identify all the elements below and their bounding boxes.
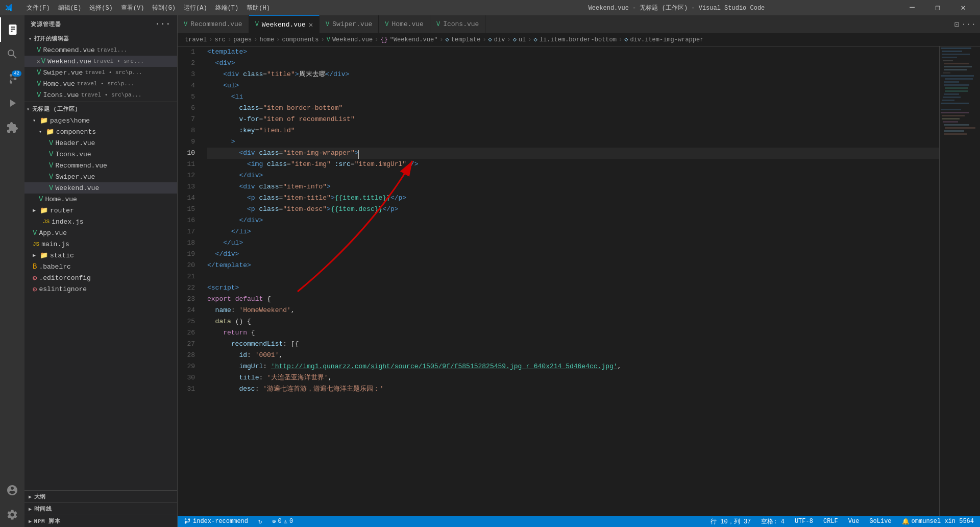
notification-text: ommunsel xin 5564 bbox=[912, 518, 974, 525]
breadcrumb-li-icon: ◇ bbox=[533, 36, 537, 43]
divider bbox=[24, 102, 177, 102]
tree-header-vue[interactable]: V Header.vue bbox=[24, 137, 177, 149]
activity-settings[interactable] bbox=[0, 502, 24, 527]
tab-recommend[interactable]: V Recommend.vue bbox=[178, 15, 249, 33]
activity-explorer[interactable] bbox=[0, 17, 24, 42]
tree-swiper-vue[interactable]: V Swiper.vue bbox=[24, 171, 177, 182]
tab-weekend[interactable]: V Weekend.vue ✕ bbox=[249, 15, 320, 33]
status-sync[interactable]: ↻ bbox=[256, 516, 264, 527]
menu-run[interactable]: 运行(A) bbox=[184, 4, 207, 12]
breadcrumb-sep: › bbox=[507, 36, 510, 43]
tab-swiper[interactable]: V Swiper.vue bbox=[320, 15, 379, 33]
breadcrumb-travel[interactable]: travel bbox=[185, 36, 207, 43]
timeline-header[interactable]: ▶ 时间线 bbox=[24, 503, 177, 515]
tree-recommend-vue[interactable]: V Recommend.vue bbox=[24, 160, 177, 171]
svg-rect-2 bbox=[942, 54, 970, 55]
menu-help[interactable]: 帮助(H) bbox=[247, 4, 270, 12]
vue-file-icon: V bbox=[49, 184, 53, 192]
open-file-recommend[interactable]: V Recommend.vue travel... bbox=[24, 44, 177, 56]
breadcrumb-li[interactable]: li.item.border-bottom bbox=[540, 36, 617, 43]
tree-recommend-vue-label: Recommend.vue bbox=[55, 162, 107, 170]
menu-file[interactable]: 文件(F) bbox=[27, 4, 50, 12]
open-file-icons[interactable]: V Icons.vue travel • src\pa... bbox=[24, 89, 177, 101]
code-line-12: </div> bbox=[207, 170, 939, 181]
breadcrumb-div2[interactable]: div.item-img-wrapper bbox=[630, 36, 703, 43]
live-text: GoLive bbox=[869, 518, 891, 525]
ln-23: 23 bbox=[178, 294, 199, 305]
code-area[interactable]: <template> <div> <div class="title">周末去哪… bbox=[203, 46, 939, 516]
sidebar-menu-icon[interactable]: ··· bbox=[155, 19, 171, 29]
breadcrumb-pages[interactable]: pages bbox=[233, 36, 252, 43]
breadcrumb-file[interactable]: Weekend.vue bbox=[332, 36, 373, 43]
breadcrumb-components[interactable]: components bbox=[282, 36, 318, 43]
breadcrumb-json[interactable]: "Weekend.vue" bbox=[390, 36, 438, 43]
status-position[interactable]: 行 10，列 37 bbox=[708, 516, 753, 527]
menu-goto[interactable]: 转到(G) bbox=[152, 4, 176, 12]
minimize-button[interactable]: ─ bbox=[900, 0, 924, 15]
open-file-swiper[interactable]: V Swiper.vue travel • src\p... bbox=[24, 67, 177, 78]
close-weekend-icon[interactable]: ✕ bbox=[37, 58, 40, 65]
tree-home-vue[interactable]: V Home.vue bbox=[24, 194, 177, 205]
status-language[interactable]: Vue bbox=[846, 516, 862, 527]
tree-eslintignore[interactable]: ⚙ eslintignore bbox=[24, 283, 177, 295]
tree-pages-home[interactable]: ▾ 📁 pages\home bbox=[24, 115, 177, 126]
workspace-section[interactable]: ▾ 无标题 (工作区) bbox=[24, 103, 177, 115]
breadcrumb-ul[interactable]: ul bbox=[519, 36, 526, 43]
status-notification[interactable]: 🔔 ommunsel xin 5564 bbox=[900, 516, 976, 527]
menu-view[interactable]: 查看(V) bbox=[121, 4, 144, 12]
tree-index-js[interactable]: JS index.js bbox=[24, 216, 177, 227]
ln-31: 31 bbox=[178, 384, 199, 395]
js-file-icon: JS bbox=[43, 219, 50, 225]
activity-run[interactable] bbox=[0, 91, 24, 115]
breadcrumb-div[interactable]: div bbox=[494, 36, 505, 43]
breadcrumb-src[interactable]: src bbox=[214, 36, 226, 43]
maximize-button[interactable]: ❐ bbox=[926, 0, 949, 15]
tab-icons[interactable]: V Icons.vue bbox=[430, 15, 485, 33]
vscode-icon bbox=[5, 4, 13, 12]
status-live[interactable]: GoLive bbox=[867, 516, 893, 527]
menu-terminal[interactable]: 终端(T) bbox=[215, 4, 239, 12]
outline-header[interactable]: ▶ 大纲 bbox=[24, 491, 177, 502]
split-editor-icon[interactable]: ⊡ bbox=[954, 19, 960, 30]
tree-main-js[interactable]: JS main.js bbox=[24, 238, 177, 250]
svg-rect-15 bbox=[944, 93, 959, 95]
svg-rect-23 bbox=[943, 121, 958, 123]
tree-components[interactable]: ▾ 📁 components bbox=[24, 126, 177, 137]
tree-babelrc[interactable]: B .babelrc bbox=[24, 261, 177, 272]
tree-icons-vue[interactable]: V Icons.vue bbox=[24, 149, 177, 160]
code-line-11: <img class="item-img" :src="item.imgUrl"… bbox=[207, 159, 939, 170]
tree-weekend-vue[interactable]: V Weekend.vue bbox=[24, 182, 177, 194]
more-actions-icon[interactable]: ··· bbox=[961, 20, 976, 29]
tree-static[interactable]: ▶ 📁 static bbox=[24, 250, 177, 261]
tree-home-vue-label: Home.vue bbox=[45, 196, 77, 203]
folder-icon: 📁 bbox=[46, 128, 54, 136]
activity-account[interactable] bbox=[0, 478, 24, 502]
breadcrumb-home[interactable]: home bbox=[259, 36, 274, 43]
tree-app-vue[interactable]: V App.vue bbox=[24, 227, 177, 238]
tree-router[interactable]: ▶ 📁 router bbox=[24, 205, 177, 216]
source-control-badge: 42 bbox=[12, 70, 21, 77]
tab-home[interactable]: V Home.vue bbox=[379, 15, 430, 33]
tab-close-icon[interactable]: ✕ bbox=[309, 20, 313, 29]
activity-source-control[interactable]: 42 bbox=[0, 66, 24, 91]
open-file-weekend[interactable]: ✕ V Weekend.vue travel • src... bbox=[24, 56, 177, 67]
menu-edit[interactable]: 编辑(E) bbox=[58, 4, 82, 12]
error-icon: ⊗ bbox=[272, 518, 276, 525]
menu-select[interactable]: 选择(S) bbox=[89, 4, 113, 12]
npm-header[interactable]: ▶ NPM 脚本 bbox=[24, 515, 177, 527]
status-branch[interactable]: index-recommend bbox=[182, 516, 250, 527]
close-button[interactable]: ✕ bbox=[951, 0, 975, 15]
breadcrumb-sep: › bbox=[321, 36, 324, 43]
status-spaces[interactable]: 空格: 4 bbox=[759, 516, 787, 527]
status-errors[interactable]: ⊗ 0 ⚠ 0 bbox=[270, 516, 295, 527]
open-file-home[interactable]: V Home.vue travel • src\p... bbox=[24, 78, 177, 89]
config-icon: ⚙ bbox=[33, 285, 37, 294]
activity-search[interactable] bbox=[0, 42, 24, 66]
status-line-ending[interactable]: CRLF bbox=[821, 516, 840, 527]
breadcrumb-template[interactable]: template bbox=[451, 36, 481, 43]
tree-editorconfig[interactable]: ⚙ .editorconfig bbox=[24, 272, 177, 283]
open-editors-section[interactable]: ▾ 打开的编辑器 bbox=[24, 33, 177, 44]
status-encoding[interactable]: UTF-8 bbox=[793, 516, 815, 527]
svg-rect-3 bbox=[942, 57, 957, 58]
activity-extensions[interactable] bbox=[0, 115, 24, 140]
